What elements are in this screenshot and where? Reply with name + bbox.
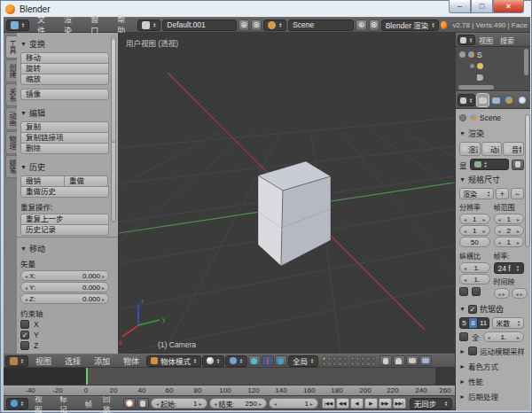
scene-icon-dropdown[interactable]: ▲▼ [263,19,286,31]
tree-item-speaker[interactable] [459,72,527,83]
repeat-history-button[interactable]: 历史记录 [20,224,109,236]
decrement-icon[interactable]: ◂ [498,228,501,234]
shelf-tab-physics[interactable]: 物理 [5,131,17,154]
layer-toggle[interactable] [338,362,342,366]
decrement-icon[interactable]: ◂ [464,228,466,234]
play-button[interactable]: ▶ [364,398,378,409]
tab-render-layers[interactable] [490,94,502,106]
lock-interface-button[interactable] [512,160,524,170]
tab-render[interactable] [477,94,489,106]
increment-icon[interactable]: ▸ [503,291,505,297]
disclosure-icon[interactable] [470,64,474,68]
decrement-icon[interactable]: ◂ [498,216,501,222]
frame-end-field[interactable]: ◂ 结束: 250 ▸ [209,398,267,409]
border-checkbox[interactable] [459,287,468,296]
axis-z-checkbox[interactable] [20,341,29,350]
pivot-dropdown[interactable]: ▲▼ [225,355,247,367]
frame-start-prop-field[interactable]: ◂1▸ [494,214,525,224]
post-processing-panel-header[interactable]: ► 后期处理 [459,390,524,402]
decrement-icon[interactable]: ◂ [488,334,490,340]
decrement-icon[interactable]: ◂ [464,277,466,283]
layer-toggle[interactable] [372,362,376,366]
transform-panel-header[interactable]: ▼ 变换 [20,38,109,50]
remove-preset-button[interactable]: − [511,188,524,199]
menu-outliner-view[interactable]: 视图 [475,35,497,45]
edit-panel-header[interactable]: ▼ 编辑 [20,107,109,119]
close-button[interactable]: × [493,0,524,13]
layer-toggle[interactable] [356,356,360,361]
increment-icon[interactable]: ▸ [259,401,262,407]
aspect-x-field[interactable]: ◂1. [459,262,490,273]
next-keyframe-button[interactable]: ▶▶ [379,398,392,409]
mirror-button[interactable]: 镜像 [20,89,109,100]
tree-item-scene[interactable]: S [459,49,527,60]
viewport-3d[interactable]: x y z 用户视图 (透视) (1) Camera [119,33,455,354]
menu-tl-frame[interactable]: 帧 [80,398,97,409]
delete-layout-button[interactable]: ⊗ [251,19,262,31]
render-preset-dropdown[interactable]: 渲染 ▲▼ [459,188,494,199]
outliner-hscrollbar[interactable] [456,84,530,91]
shading-dropdown[interactable]: ▲▼ [202,355,224,367]
remap-new-field[interactable]: ◂▸ [512,288,528,299]
maximize-button[interactable]: □ [471,0,493,13]
play-reverse-button[interactable]: ◀ [350,398,364,409]
layer-toggle[interactable] [327,356,332,361]
decrement-icon[interactable]: ◂ [274,401,277,407]
sync-dropdown[interactable]: 无同步 ▲▼ [410,398,452,409]
add-layout-button[interactable]: ⊕ [239,19,249,31]
menu-outliner-search[interactable]: 搜索 [497,35,518,45]
performance-panel-header[interactable]: ► 性能 [459,375,524,387]
editor-type-dropdown-properties[interactable]: ▲▼ [458,94,475,106]
layer-toggle[interactable] [332,362,337,366]
menu-add[interactable]: 添加 [88,355,116,367]
shelf-tab-animation[interactable]: 动画 [5,107,17,130]
decrement-icon[interactable]: ◂ [25,296,27,302]
decrement-icon[interactable]: ◂ [498,239,501,245]
editor-type-dropdown-timeline[interactable]: ▲▼ [6,398,28,409]
default-cube[interactable] [258,161,331,266]
tab-world[interactable] [517,94,528,106]
decrement-icon[interactable]: ◂ [464,216,466,222]
tab-scene[interactable] [504,94,515,106]
increment-icon[interactable]: ▸ [482,228,485,234]
resolution-y-field[interactable]: ◂1▸ [459,225,490,236]
resolution-percent-field[interactable]: 50 [459,237,490,247]
display-dropdown[interactable]: ▲▼ [470,159,509,170]
render-audio-button[interactable]: 音频 [503,142,524,156]
delete-scene-button[interactable]: ⊗ [369,19,379,31]
axis-y-checkbox-checked[interactable]: ✓ [20,331,29,339]
editor-type-dropdown-3d[interactable]: ▲▼ [5,355,28,367]
snap-toggle-button[interactable] [393,355,405,366]
history-panel-header[interactable]: ▼ 历史 [20,161,109,173]
operator-panel-header[interactable]: ▼ 移动 [20,243,109,254]
aa-filter-dropdown[interactable]: 米散 ▲▼ [492,317,524,329]
full-sample-checkbox[interactable] [459,332,468,341]
aspect-y-field[interactable]: ◂1. [459,274,490,284]
shelf-tab-tools[interactable]: 工具 [5,35,17,58]
current-frame-field[interactable]: ◂ 1 ▸ [269,398,318,409]
increment-icon[interactable]: ▸ [517,228,520,234]
axis-x-checkbox[interactable] [20,320,29,329]
scene-name-field[interactable]: Scene [288,19,354,31]
shading-panel-header[interactable]: ► 着色方式 [459,360,524,372]
add-preset-button[interactable]: + [496,188,509,199]
fps-dropdown[interactable]: 24 f ▲▼ [494,262,525,274]
layer-toggle[interactable] [332,356,337,361]
increment-icon[interactable]: ▸ [517,239,520,245]
increment-icon[interactable]: ▸ [200,401,202,407]
scroll-thumb[interactable] [458,85,494,90]
layer-toggle[interactable] [361,362,365,366]
minimize-button[interactable]: – [449,0,471,13]
layer-toggle[interactable] [322,356,326,361]
frame-start-field[interactable]: ◂ 起始: 1 ▸ [151,398,207,409]
frame-step-field[interactable]: ◂1▸ [494,237,525,247]
opengl-render-anim-button[interactable] [419,355,432,366]
aa-samples-11-button[interactable]: 11 [477,317,489,329]
opengl-render-button[interactable] [406,355,419,366]
undo-button[interactable]: 撤销 [20,175,65,187]
screen-layout-icon-dropdown[interactable]: ▲▼ [137,19,160,31]
screen-layout-name-field[interactable]: Default.001 [162,19,237,31]
resolution-x-field[interactable]: ◂1▸ [459,214,490,224]
increment-icon[interactable]: ▸ [517,334,520,340]
decrement-icon[interactable]: ◂ [215,401,217,407]
